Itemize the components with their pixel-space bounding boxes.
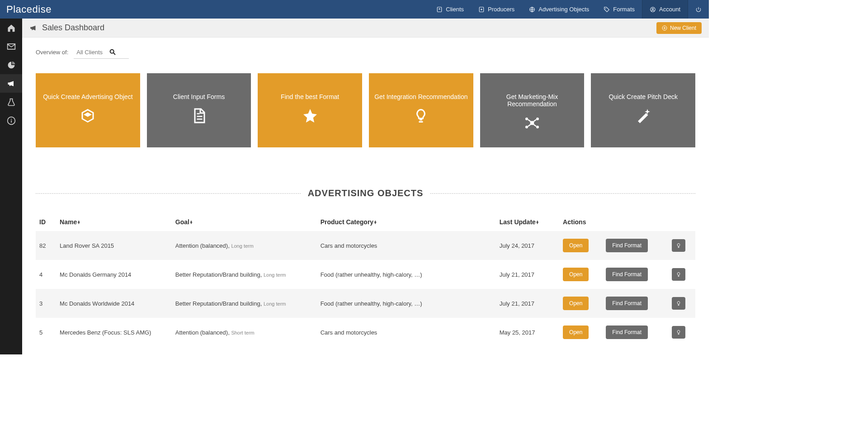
table-row: 3Mc Donalds Worldwide 2014Better Reputat… — [36, 289, 695, 318]
find-format-button[interactable]: Find Format — [606, 239, 648, 252]
megaphone-icon — [29, 24, 38, 32]
cell-id: 3 — [36, 289, 56, 318]
nav-clients-label: Clients — [446, 6, 464, 13]
goal-term: Short term — [231, 330, 254, 335]
svg-point-11 — [525, 118, 528, 120]
col-goal-label: Goal — [175, 218, 189, 226]
card-label: Find the best Format — [276, 93, 344, 100]
goal-term: Long term — [231, 243, 254, 249]
idea-button[interactable] — [672, 268, 685, 281]
sidebar-megaphone[interactable] — [0, 74, 22, 93]
overview-row: Overview of: All Clients — [36, 46, 695, 59]
svg-point-9 — [110, 50, 114, 53]
col-name[interactable]: Name▲▼ — [56, 213, 172, 231]
star-icon — [302, 108, 318, 124]
cell-name: Mercedes Benz (Focus: SLS AMG) — [56, 318, 172, 347]
cell-updated: July 21, 2017 — [496, 260, 559, 289]
card-quick-create-object[interactable]: Quick Create Advertising Object — [36, 73, 140, 147]
cell-category: Cars and motorcycles — [317, 231, 496, 260]
wand-icon — [635, 108, 651, 124]
idea-button[interactable] — [672, 326, 685, 339]
top-navbar: Placedise Clients Producers Advertising … — [0, 0, 709, 19]
info-icon — [7, 116, 16, 125]
open-button[interactable]: Open — [563, 297, 589, 310]
mail-icon — [7, 42, 16, 51]
plus-icon — [662, 25, 667, 31]
sidebar-mail[interactable] — [0, 37, 22, 56]
cell-category: Food (rather unhealthy, high-calory, …) — [317, 289, 496, 318]
lightbulb-icon — [676, 330, 681, 335]
nav-producers[interactable]: Producers — [471, 0, 522, 19]
sidebar-flask[interactable] — [0, 93, 22, 111]
card-client-input-forms[interactable]: Client Input Forms — [147, 73, 251, 147]
cube-icon — [80, 108, 96, 124]
cell-name: Mc Donalds Germany 2014 — [56, 260, 172, 289]
table-row: 82Land Rover SA 2015Attention (balanced)… — [36, 231, 695, 260]
col-updated[interactable]: Last Update▲▼ — [496, 213, 559, 231]
page-header: Sales Dashboard New Client — [22, 19, 709, 38]
open-button[interactable]: Open — [563, 326, 589, 339]
network-icon — [524, 115, 540, 131]
flask-icon — [7, 98, 16, 107]
top-nav: Clients Producers Advertising Objects Fo… — [429, 0, 709, 19]
document-icon — [191, 108, 207, 124]
cell-updated: July 21, 2017 — [496, 289, 559, 318]
sort-icon: ▲▼ — [189, 221, 193, 224]
cell-category: Food (rather unhealthy, high-calory, …) — [317, 260, 496, 289]
nav-account-label: Account — [659, 6, 680, 13]
cell-goal: Better Reputation/Brand building, Long t… — [172, 260, 317, 289]
new-client-button[interactable]: New Client — [656, 22, 702, 34]
card-find-format[interactable]: Find the best Format — [258, 73, 362, 147]
sidebar-info[interactable] — [0, 111, 22, 130]
cell-category: Cars and motorcycles — [317, 318, 496, 347]
card-pitch-deck[interactable]: Quick Create Pitch Deck — [591, 73, 695, 147]
col-name-label: Name — [60, 218, 77, 226]
svg-point-5 — [652, 8, 654, 10]
nav-producers-label: Producers — [488, 6, 514, 13]
cell-goal: Attention (balanced), Long term — [172, 231, 317, 260]
card-label: Get Integration Recommendation — [370, 93, 472, 100]
idea-button[interactable] — [672, 297, 685, 310]
cell-id: 5 — [36, 318, 56, 347]
svg-point-3 — [605, 8, 606, 9]
piechart-icon — [7, 61, 16, 70]
nav-formats[interactable]: Formats — [596, 0, 642, 19]
section-divider: ADVERTISING OBJECTS — [36, 188, 695, 198]
card-integration-recommendation[interactable]: Get Integration Recommendation — [369, 73, 473, 147]
idea-button[interactable] — [672, 239, 685, 252]
nav-power[interactable] — [688, 0, 709, 19]
find-format-button[interactable]: Find Format — [606, 268, 648, 281]
svg-point-12 — [536, 118, 539, 120]
goal-term: Long term — [264, 272, 286, 278]
new-client-label: New Client — [670, 25, 696, 31]
card-marketing-mix[interactable]: Get Marketing-Mix Recommendation — [480, 73, 585, 147]
table-row: 5Mercedes Benz (Focus: SLS AMG)Attention… — [36, 318, 695, 347]
col-goal[interactable]: Goal▲▼ — [172, 213, 317, 231]
table-header-row: ID Name▲▼ Goal▲▼ Product Category▲▼ Last… — [36, 213, 695, 231]
sidebar-chart[interactable] — [0, 56, 22, 74]
cell-id: 4 — [36, 260, 56, 289]
content: Overview of: All Clients Quick Create Ad… — [22, 38, 709, 354]
find-format-button[interactable]: Find Format — [606, 297, 648, 310]
open-button[interactable]: Open — [563, 268, 589, 281]
card-label: Get Marketing-Mix Recommendation — [480, 93, 585, 108]
open-button[interactable]: Open — [563, 239, 589, 252]
producers-icon — [478, 6, 485, 13]
nav-objects[interactable]: Advertising Objects — [522, 0, 596, 19]
overview-label: Overview of: — [36, 49, 68, 56]
lightbulb-icon — [676, 272, 681, 277]
nav-account[interactable]: Account — [642, 0, 688, 19]
svg-point-14 — [536, 126, 539, 128]
search-icon — [109, 48, 116, 56]
col-id[interactable]: ID — [36, 213, 56, 231]
left-sidebar — [0, 19, 22, 354]
brand-logo[interactable]: Placedise — [0, 0, 58, 19]
svg-point-13 — [525, 126, 528, 128]
client-filter-select[interactable]: All Clients — [74, 46, 129, 59]
section-title: ADVERTISING OBJECTS — [308, 188, 424, 198]
nav-objects-label: Advertising Objects — [538, 6, 589, 13]
find-format-button[interactable]: Find Format — [606, 326, 648, 339]
sidebar-home[interactable] — [0, 19, 22, 37]
col-category[interactable]: Product Category▲▼ — [317, 213, 496, 231]
nav-clients[interactable]: Clients — [429, 0, 471, 19]
